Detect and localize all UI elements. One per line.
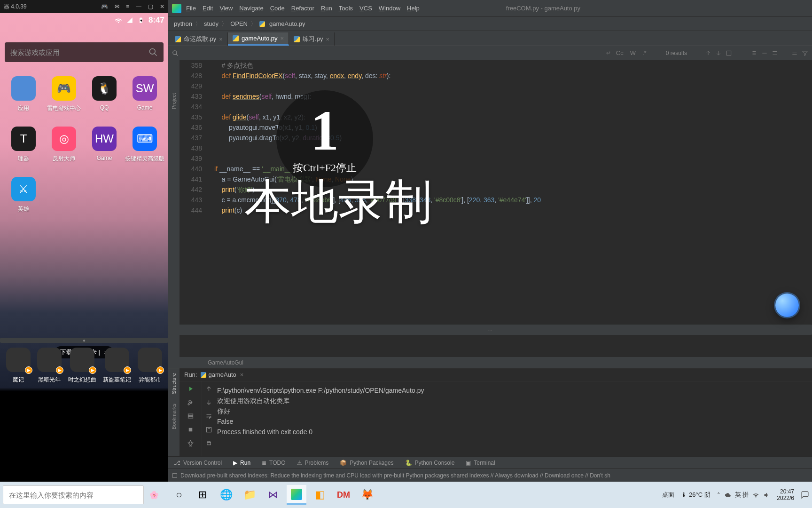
prev-match-icon[interactable] [705,50,711,56]
emulator-maximize-icon[interactable]: ▢ [148,3,153,10]
down-icon[interactable] [205,399,212,406]
tab-gameAuto.py[interactable]: gameAuto.py× [228,32,289,46]
select-all-occ-icon[interactable] [772,50,778,56]
close-icon[interactable]: × [240,371,244,378]
structure-tab[interactable]: Structure [171,368,177,399]
fold-gutter[interactable] [206,60,214,357]
next-match-icon[interactable] [715,50,722,56]
dock-app-异能都市[interactable]: ▶异能都市 [138,348,162,384]
edge-icon[interactable]: 🌐 [216,485,236,505]
left-toolwindow-bar[interactable]: Project [168,60,180,368]
regex-button[interactable]: .* [641,49,648,56]
ime-indicator[interactable]: 英 拼 [735,491,749,499]
search-icon[interactable] [172,50,179,56]
newline-icon[interactable] [604,50,611,56]
settings-icon[interactable] [791,50,798,56]
app-QQ[interactable]: 🐧QQ [85,76,124,112]
tab-练习.py[interactable]: 练习.py× [289,32,335,46]
system-tray[interactable]: ˄ 英 拼 [717,491,771,499]
phone-search-input[interactable] [10,48,148,56]
taskbar-cortana-icon[interactable]: 🌸 [144,484,164,505]
layout-icon[interactable] [187,413,194,420]
cortana-button[interactable]: ○ [169,485,189,505]
run-toolbar-left[interactable] [180,381,202,456]
bottom-tab-version-control[interactable]: ⎇Version Control [174,460,222,466]
dm-icon[interactable]: DM [334,485,353,505]
app-英雄[interactable]: ⚔英雄 [4,177,43,213]
wrap-icon[interactable] [205,413,212,420]
emulator-menu-icon[interactable]: ≡ [126,3,129,10]
window-icon[interactable] [172,473,178,478]
close-icon[interactable]: × [219,36,223,43]
pycharm-taskbar-icon[interactable] [287,485,306,505]
dock-app-新盗墓笔记[interactable]: ▶新盗墓笔记 [103,348,131,384]
bookmarks-tab[interactable]: Bookmarks [171,399,177,434]
dock-app-魔记[interactable]: ▶魔记 [6,348,31,384]
tray-chevron-icon[interactable]: ˄ [717,492,720,499]
app-雷电游戏中心[interactable]: 🎮雷电游戏中心 [44,76,84,112]
menu-window[interactable]: Window [379,5,400,12]
menu-vcs[interactable]: VCS [359,5,372,12]
phone-screen[interactable]: 8:47 应用🎮雷电游戏中心🐧QQSWGameT理器◎反射大师HWGame⌨按键… [0,13,168,388]
emulator-titlebar[interactable]: 器 4.0.39 🎮 ✉ ≡ — ▢ ✕ [0,0,168,13]
add-selection-icon[interactable] [751,50,757,56]
remove-selection-icon[interactable] [761,50,768,56]
vscode-icon[interactable]: ⋈ [263,485,283,505]
run-header[interactable]: Run: gameAuto × [180,368,812,381]
app-Game[interactable]: HWGame [85,127,124,163]
scroll-icon[interactable] [205,426,212,433]
select-all-icon[interactable] [726,50,732,56]
menu-edit[interactable]: Edit [203,5,213,12]
words-button[interactable]: W [629,49,637,56]
onedrive-icon[interactable] [724,492,731,499]
menu-refactor[interactable]: Refactor [291,5,314,12]
emulator-gamepad-icon[interactable]: 🎮 [101,3,108,10]
breadcrumb-item[interactable]: python [174,20,192,27]
floating-avatar[interactable] [775,294,799,317]
up-icon[interactable] [205,385,212,392]
menu-view[interactable]: View [219,5,233,12]
breadcrumb-item[interactable]: gameAuto.py [269,20,305,27]
taskbar-search[interactable] [3,485,144,504]
breadcrumb[interactable]: python〉study〉OPEN〉gameAuto.py [168,17,812,31]
phone-search[interactable] [5,42,164,62]
menu-tools[interactable]: Tools [339,5,353,12]
bottom-tab-python-packages[interactable]: 📦Python Packages [340,460,393,466]
match-case-button[interactable]: Cc [615,49,625,56]
pin-icon[interactable] [187,440,194,447]
bottom-tool-tabs[interactable]: ⎇Version Control▶Run≣TODO⚠Problems📦Pytho… [168,456,812,468]
windows-taskbar[interactable]: 🌸 ○ ⊞ 🌐 📁 ⋈ ◧ DM 🦊 桌面 🌡 26°C 阴 ˄ 英 拼 20:… [0,482,812,508]
menu-run[interactable]: Run [321,5,332,12]
desktop-label[interactable]: 桌面 [662,491,674,499]
bottom-tab-todo[interactable]: ≣TODO [262,460,285,466]
bottom-tab-python-console[interactable]: 🐍Python Console [405,460,455,466]
firefox-icon[interactable]: 🦊 [357,485,377,505]
app-按键精灵高级版[interactable]: ⌨按键精灵高级版 [125,127,164,163]
close-icon[interactable]: × [281,35,284,42]
left-bottom-bar[interactable]: Structure Bookmarks [168,368,180,456]
bottom-tab-run[interactable]: ▶Run [233,460,250,466]
app-Game[interactable]: SWGame [125,76,164,112]
ide-statusbar[interactable]: Download pre-built shared indexes: Reduc… [168,468,812,482]
notifications-icon[interactable] [801,491,809,499]
app-理器[interactable]: T理器 [4,127,43,163]
emulator-mail-icon[interactable]: ✉ [115,3,119,10]
taskbar-search-input[interactable] [9,491,138,499]
dock-app-黑暗光年[interactable]: ▶黑暗光年 [37,348,62,384]
breadcrumb-item[interactable]: study [204,20,219,27]
print-icon[interactable] [205,440,212,447]
stop-icon[interactable] [187,426,194,433]
console-output[interactable]: F:\python\venv\Scripts\python.exe F:/pyt… [215,381,812,456]
menu-help[interactable]: Help [407,5,420,12]
project-tab[interactable]: Project [171,88,177,114]
emulator-minimize-icon[interactable]: — [136,3,141,10]
taskbar-clock[interactable]: 20:47 2022/6 [777,488,794,501]
ide-titlebar[interactable]: FileEditViewNavigateCodeRefactorRunTools… [168,0,812,17]
filter-icon[interactable] [802,50,808,56]
rerun-icon[interactable] [187,385,194,392]
wrench-icon[interactable] [187,399,194,406]
run-toolbar-right[interactable] [202,381,215,456]
menu-navigate[interactable]: Navigate [239,5,263,12]
find-bar[interactable]: Cc W .* 0 results [168,46,812,60]
volume-icon[interactable] [763,492,770,499]
